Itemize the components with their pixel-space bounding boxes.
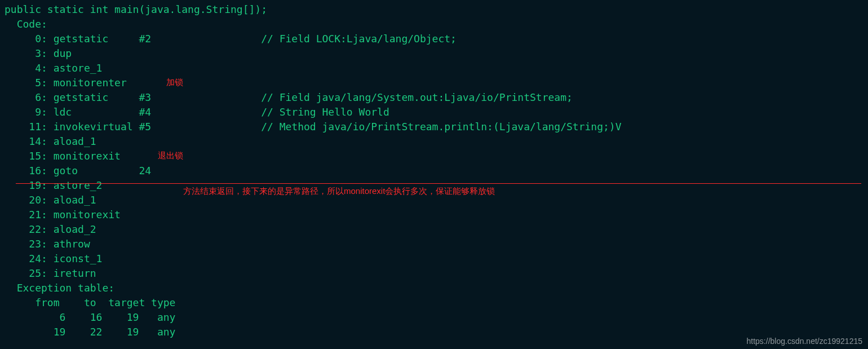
watermark-text: https://blog.csdn.net/zc19921215	[747, 337, 862, 346]
bytecode-listing: public static int main(java.lang.String[…	[0, 0, 868, 339]
annotation-unlock: 退出锁	[158, 151, 183, 161]
separator-line	[16, 183, 861, 184]
annotation-main: 方法结束返回，接下来的是异常路径，所以monitorexit会执行多次，保证能够…	[183, 186, 495, 197]
annotation-lock: 加锁	[166, 77, 183, 88]
